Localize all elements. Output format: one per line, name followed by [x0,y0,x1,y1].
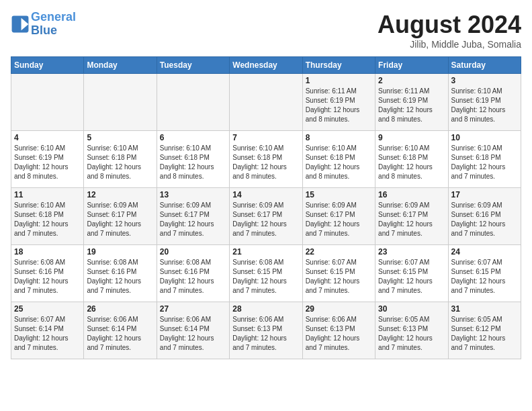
logo-text: General Blue [31,11,76,38]
day-number: 28 [232,304,299,314]
calendar-cell: 6Sunrise: 6:10 AM Sunset: 6:18 PM Daylig… [157,131,229,188]
day-number: 17 [451,190,518,199]
day-info: Sunrise: 6:07 AM Sunset: 6:15 PM Dayligh… [306,258,372,295]
logo-general: General [31,10,76,24]
day-info: Sunrise: 6:06 AM Sunset: 6:14 PM Dayligh… [87,315,153,353]
calendar-week-row: 11Sunrise: 6:10 AM Sunset: 6:18 PM Dayli… [11,188,521,245]
day-number: 15 [306,190,372,199]
day-info: Sunrise: 6:11 AM Sunset: 6:19 PM Dayligh… [306,87,372,124]
calendar-cell: 12Sunrise: 6:09 AM Sunset: 6:17 PM Dayli… [84,188,157,245]
day-info: Sunrise: 6:10 AM Sunset: 6:18 PM Dayligh… [451,144,518,181]
calendar-cell [11,74,84,131]
calendar-cell: 27Sunrise: 6:06 AM Sunset: 6:14 PM Dayli… [157,302,229,359]
calendar-cell: 15Sunrise: 6:09 AM Sunset: 6:17 PM Dayli… [302,188,375,245]
calendar-cell: 10Sunrise: 6:10 AM Sunset: 6:18 PM Dayli… [448,131,521,188]
day-number: 1 [306,76,372,85]
calendar-cell: 24Sunrise: 6:07 AM Sunset: 6:15 PM Dayli… [448,245,521,302]
calendar-cell: 23Sunrise: 6:07 AM Sunset: 6:15 PM Dayli… [375,245,448,302]
day-info: Sunrise: 6:05 AM Sunset: 6:13 PM Dayligh… [378,315,445,353]
calendar-cell: 2Sunrise: 6:11 AM Sunset: 6:19 PM Daylig… [375,74,448,131]
day-info: Sunrise: 6:07 AM Sunset: 6:15 PM Dayligh… [378,258,445,295]
day-of-week-header: Wednesday [230,57,302,74]
day-number: 8 [306,133,372,142]
day-info: Sunrise: 6:10 AM Sunset: 6:18 PM Dayligh… [14,201,81,238]
day-number: 30 [378,304,445,314]
calendar-cell: 28Sunrise: 6:06 AM Sunset: 6:13 PM Dayli… [230,302,302,359]
day-info: Sunrise: 6:10 AM Sunset: 6:19 PM Dayligh… [451,87,518,124]
page-header: General Blue August 2024 Jilib, Middle J… [11,11,521,50]
calendar-week-row: 4Sunrise: 6:10 AM Sunset: 6:19 PM Daylig… [11,131,521,188]
calendar-cell: 17Sunrise: 6:09 AM Sunset: 6:16 PM Dayli… [448,188,521,245]
logo-icon [11,15,30,34]
day-info: Sunrise: 6:06 AM Sunset: 6:14 PM Dayligh… [160,315,226,353]
calendar-cell [230,74,302,131]
logo-blue: Blue [31,24,57,37]
calendar-cell: 29Sunrise: 6:06 AM Sunset: 6:13 PM Dayli… [302,302,375,359]
day-info: Sunrise: 6:07 AM Sunset: 6:15 PM Dayligh… [451,258,518,295]
day-info: Sunrise: 6:09 AM Sunset: 6:17 PM Dayligh… [87,201,153,238]
day-number: 11 [14,190,81,199]
day-number: 18 [14,247,81,257]
calendar-cell: 22Sunrise: 6:07 AM Sunset: 6:15 PM Dayli… [302,245,375,302]
calendar-cell: 19Sunrise: 6:08 AM Sunset: 6:16 PM Dayli… [84,245,157,302]
calendar-cell [157,74,229,131]
day-number: 7 [232,133,299,142]
day-of-week-header: Thursday [302,57,375,74]
calendar-table: SundayMondayTuesdayWednesdayThursdayFrid… [11,56,521,359]
day-info: Sunrise: 6:10 AM Sunset: 6:19 PM Dayligh… [14,144,81,181]
day-number: 13 [160,190,226,199]
day-info: Sunrise: 6:11 AM Sunset: 6:19 PM Dayligh… [378,87,445,124]
day-number: 16 [378,190,445,199]
day-number: 3 [451,76,518,85]
day-info: Sunrise: 6:10 AM Sunset: 6:18 PM Dayligh… [160,144,226,181]
calendar-week-row: 1Sunrise: 6:11 AM Sunset: 6:19 PM Daylig… [11,74,521,131]
day-info: Sunrise: 6:10 AM Sunset: 6:18 PM Dayligh… [87,144,153,181]
calendar-cell: 11Sunrise: 6:10 AM Sunset: 6:18 PM Dayli… [11,188,84,245]
day-info: Sunrise: 6:07 AM Sunset: 6:14 PM Dayligh… [14,315,81,353]
day-number: 26 [87,304,153,314]
day-number: 31 [451,304,518,314]
days-of-week-row: SundayMondayTuesdayWednesdayThursdayFrid… [11,57,521,74]
calendar-cell: 13Sunrise: 6:09 AM Sunset: 6:17 PM Dayli… [157,188,229,245]
calendar-cell: 31Sunrise: 6:05 AM Sunset: 6:12 PM Dayli… [448,302,521,359]
day-of-week-header: Saturday [448,57,521,74]
day-number: 9 [378,133,445,142]
calendar-cell: 26Sunrise: 6:06 AM Sunset: 6:14 PM Dayli… [84,302,157,359]
calendar-cell: 25Sunrise: 6:07 AM Sunset: 6:14 PM Dayli… [11,302,84,359]
day-of-week-header: Friday [375,57,448,74]
day-number: 25 [14,304,81,314]
day-info: Sunrise: 6:10 AM Sunset: 6:18 PM Dayligh… [232,144,299,181]
day-info: Sunrise: 6:08 AM Sunset: 6:16 PM Dayligh… [14,258,81,295]
day-info: Sunrise: 6:06 AM Sunset: 6:13 PM Dayligh… [232,315,299,353]
day-info: Sunrise: 6:05 AM Sunset: 6:12 PM Dayligh… [451,315,518,353]
calendar-cell: 3Sunrise: 6:10 AM Sunset: 6:19 PM Daylig… [448,74,521,131]
calendar-cell: 18Sunrise: 6:08 AM Sunset: 6:16 PM Dayli… [11,245,84,302]
day-number: 29 [306,304,372,314]
calendar-cell: 7Sunrise: 6:10 AM Sunset: 6:18 PM Daylig… [230,131,302,188]
day-of-week-header: Sunday [11,57,84,74]
day-of-week-header: Tuesday [157,57,229,74]
day-number: 14 [232,190,299,199]
calendar-cell: 21Sunrise: 6:08 AM Sunset: 6:15 PM Dayli… [230,245,302,302]
calendar-cell: 20Sunrise: 6:08 AM Sunset: 6:16 PM Dayli… [157,245,229,302]
day-info: Sunrise: 6:08 AM Sunset: 6:16 PM Dayligh… [87,258,153,295]
day-number: 24 [451,247,518,257]
calendar-cell: 5Sunrise: 6:10 AM Sunset: 6:18 PM Daylig… [84,131,157,188]
day-number: 27 [160,304,226,314]
day-number: 23 [378,247,445,257]
calendar-subtitle: Jilib, Middle Juba, Somalia [378,39,521,50]
calendar-title: August 2024 [378,11,521,39]
day-number: 2 [378,76,445,85]
day-info: Sunrise: 6:10 AM Sunset: 6:18 PM Dayligh… [306,144,372,181]
day-of-week-header: Monday [84,57,157,74]
calendar-cell: 9Sunrise: 6:10 AM Sunset: 6:18 PM Daylig… [375,131,448,188]
calendar-cell: 30Sunrise: 6:05 AM Sunset: 6:13 PM Dayli… [375,302,448,359]
day-info: Sunrise: 6:06 AM Sunset: 6:13 PM Dayligh… [306,315,372,353]
day-number: 20 [160,247,226,257]
day-info: Sunrise: 6:09 AM Sunset: 6:17 PM Dayligh… [378,201,445,238]
calendar-cell: 1Sunrise: 6:11 AM Sunset: 6:19 PM Daylig… [302,74,375,131]
day-number: 5 [87,133,153,142]
calendar-cell: 4Sunrise: 6:10 AM Sunset: 6:19 PM Daylig… [11,131,84,188]
calendar-week-row: 25Sunrise: 6:07 AM Sunset: 6:14 PM Dayli… [11,302,521,359]
logo: General Blue [11,11,76,38]
